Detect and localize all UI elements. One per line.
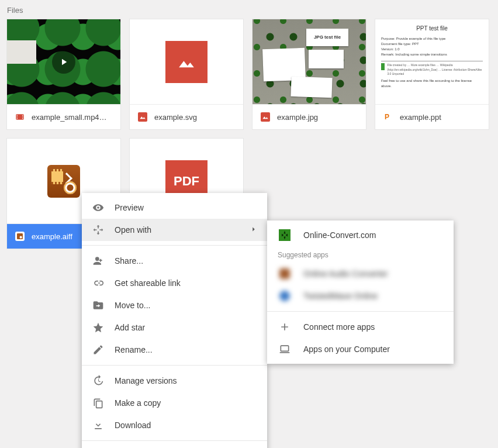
file-thumbnail[interactable]: PPT test file Purpose: Provide example o… <box>375 19 489 104</box>
video-file-icon <box>15 112 25 122</box>
menu-label: Rename... <box>115 345 153 354</box>
svg-rect-1 <box>17 115 18 116</box>
app-swatch-icon <box>278 268 292 280</box>
file-thumbnail[interactable] <box>7 19 120 104</box>
file-caption: P example.ppt <box>375 104 489 129</box>
file-name: example_small.mp4… <box>32 113 107 122</box>
submenu-label: Connect more apps <box>303 322 375 332</box>
file-card[interactable]: example.svg <box>130 19 243 129</box>
history-icon <box>92 375 104 387</box>
menu-separator <box>82 440 267 441</box>
menu-separator <box>82 365 267 366</box>
play-icon <box>52 50 75 74</box>
ppt-note: Feel free to use and share this file acc… <box>381 78 483 89</box>
file-caption: example_small.mp4… <box>7 104 120 129</box>
menu-label: Open with <box>115 225 151 235</box>
star-icon <box>92 322 104 333</box>
file-caption: example.svg <box>130 104 243 129</box>
menu-item-open-with[interactable]: Open with <box>82 219 267 241</box>
context-menu: Preview Open with Share... Get shareable… <box>82 193 267 448</box>
svg-point-11 <box>20 236 22 239</box>
menu-item-preview[interactable]: Preview <box>82 197 267 219</box>
svg-rect-6 <box>22 118 23 119</box>
menu-label: Make a copy <box>115 398 161 408</box>
laptop-icon <box>278 343 292 355</box>
download-icon <box>92 419 104 431</box>
svg-text:P: P <box>385 113 389 121</box>
menu-label: Share... <box>115 256 143 266</box>
svg-rect-2 <box>17 116 18 117</box>
svg-rect-14 <box>96 401 102 408</box>
ppt-credits: File created by … More example files … W… <box>387 63 483 77</box>
menu-label: Preview <box>115 203 144 212</box>
file-thumbnail[interactable]: JPG test file <box>253 19 366 104</box>
edit-icon <box>92 344 104 356</box>
menu-item-move-to[interactable]: Move to... <box>82 294 267 316</box>
submenu-label: Online-Convert.com <box>303 230 376 240</box>
menu-item-add-star[interactable]: Add star <box>82 316 267 339</box>
menu-label: Download <box>115 421 151 430</box>
submenu-connect-more-apps[interactable]: Connect more apps <box>267 316 454 338</box>
menu-item-get-link[interactable]: Get shareable link <box>82 272 267 294</box>
submenu-suggested-app[interactable]: TwistedWave Online <box>267 285 454 307</box>
menu-separator <box>267 311 454 312</box>
ppt-title: PPT test file <box>381 24 483 33</box>
section-title: Files <box>0 0 498 19</box>
image-file-icon <box>138 112 147 122</box>
svg-rect-8 <box>261 112 270 122</box>
menu-separator <box>82 245 267 246</box>
open-with-icon <box>92 224 104 236</box>
eye-icon <box>92 202 104 213</box>
file-name: example.svg <box>154 113 197 122</box>
menu-item-make-copy[interactable]: Make a copy <box>82 392 267 414</box>
image-file-icon <box>261 112 270 122</box>
submenu-apps-on-computer[interactable]: Apps on your Computer <box>267 338 454 360</box>
menu-label: Manage versions <box>115 376 177 385</box>
presentation-file-icon: P <box>383 112 393 122</box>
ppt-line: Version: 1.0 <box>381 47 483 52</box>
file-name: example.ppt <box>400 113 441 122</box>
app-swatch-icon <box>278 290 292 302</box>
file-card[interactable]: JPG test file example.jpg <box>253 19 366 129</box>
ppt-line: Purpose: Provide example of this file ty… <box>381 36 483 42</box>
svg-rect-4 <box>22 115 23 116</box>
file-name: example.jpg <box>277 113 318 122</box>
folder-move-icon <box>92 299 104 311</box>
image-placeholder-icon <box>165 41 208 83</box>
plus-icon <box>278 321 292 333</box>
svg-rect-3 <box>17 118 18 119</box>
svg-point-13 <box>95 257 99 261</box>
link-icon <box>92 277 104 289</box>
svg-point-12 <box>97 206 99 209</box>
menu-item-rename[interactable]: Rename... <box>82 339 267 361</box>
submenu-label: Online Audio Converter <box>303 269 388 278</box>
file-name: example.aiff <box>32 232 72 241</box>
file-thumbnail[interactable] <box>130 19 243 104</box>
submenu-app-online-convert[interactable]: Online-Convert.com <box>267 224 454 246</box>
submenu-label: TwistedWave Online <box>303 291 378 301</box>
svg-rect-10 <box>17 233 23 239</box>
ppt-line: Remark: Including some simple transition… <box>381 52 483 57</box>
file-caption: example.jpg <box>253 104 366 129</box>
menu-item-share[interactable]: Share... <box>82 250 267 272</box>
thumb-label: JPG test file <box>306 29 348 46</box>
audio-file-icon <box>15 232 25 241</box>
audio-convert-icon <box>47 165 80 198</box>
menu-label: Get shareable link <box>115 278 181 288</box>
open-with-submenu: Online-Convert.com Suggested apps Online… <box>267 220 454 364</box>
menu-item-remove[interactable]: Remove <box>82 445 267 448</box>
app-icon <box>278 229 292 241</box>
suggested-apps-heading: Suggested apps <box>267 246 454 263</box>
submenu-label: Apps on your Computer <box>303 344 390 354</box>
file-card[interactable]: PPT test file Purpose: Provide example o… <box>375 19 489 129</box>
file-card[interactable]: example_small.mp4… <box>7 19 120 129</box>
menu-label: Move to... <box>115 301 150 310</box>
svg-rect-5 <box>22 116 23 117</box>
menu-label: Add star <box>115 323 145 332</box>
ppt-line: Document file type: PPT <box>381 42 483 47</box>
submenu-suggested-app[interactable]: Online Audio Converter <box>267 263 454 285</box>
chevron-right-icon <box>250 225 258 235</box>
menu-item-download[interactable]: Download <box>82 414 267 436</box>
menu-item-manage-versions[interactable]: Manage versions <box>82 370 267 392</box>
svg-rect-7 <box>138 112 147 122</box>
